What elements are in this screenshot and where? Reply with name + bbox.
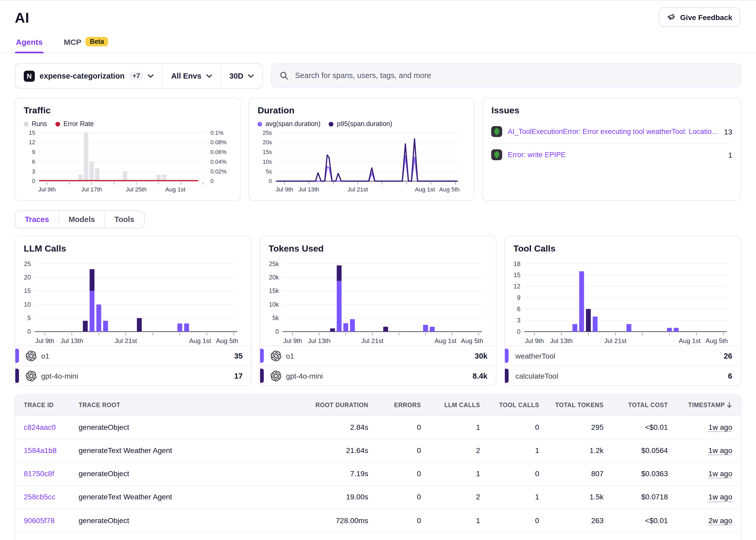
svg-text:Jul 21st: Jul 21st — [115, 337, 137, 344]
column-errors[interactable]: ERRORS — [368, 402, 421, 408]
column-timestamp[interactable]: TIMESTAMP — [668, 402, 732, 408]
legend-item: Runs — [24, 120, 47, 128]
column-tool-calls[interactable]: TOOL CALLS — [480, 402, 539, 408]
timestamp-link[interactable]: 1w ago — [668, 423, 732, 431]
cell-trace-root: generateObject — [78, 470, 289, 478]
table-row[interactable]: 1584a1b8generateText Weather Agent21.64s… — [15, 439, 741, 462]
traffic-card: Traffic RunsError Rate 0030.02%60.04%90.… — [15, 97, 240, 201]
column-total-tokens[interactable]: TOTAL TOKENS — [539, 402, 604, 408]
table-row[interactable]: c824aac0generateObject2.84s010295<$0.011… — [15, 416, 741, 439]
cell-tool-calls: 1 — [480, 493, 539, 501]
trace-id-link[interactable]: c824aac0 — [24, 423, 78, 431]
svg-text:Jul 21st: Jul 21st — [361, 337, 383, 344]
cell-errors: 0 — [368, 516, 421, 524]
ai-dashboard: AI Give Feedback Agents MCP Beta N expen… — [0, 0, 756, 540]
svg-text:0.04%: 0.04% — [211, 159, 227, 165]
tab-traces[interactable]: Traces — [15, 211, 59, 228]
timestamp-link[interactable]: 1w ago — [668, 470, 732, 478]
env-filter-dropdown[interactable]: All Envs — [163, 64, 221, 88]
cell-trace-root: generateObject — [78, 516, 289, 524]
cell-tool-calls: 0 — [480, 470, 539, 478]
date-range-dropdown[interactable]: 30D — [221, 64, 262, 88]
svg-text:3: 3 — [517, 317, 521, 324]
trace-id-link[interactable]: 90605f78 — [24, 516, 78, 524]
column-total-cost[interactable]: TOTAL COST — [604, 402, 668, 408]
trace-id-link[interactable]: 1584a1b8 — [24, 446, 78, 455]
metric-legend-label: gpt-4o-mini — [286, 372, 323, 380]
svg-text:15s: 15s — [263, 149, 272, 155]
timestamp-link[interactable]: 1w ago — [668, 493, 732, 501]
metric-legend-value: 26 — [724, 352, 732, 360]
table-row[interactable]: 90605f78generateObject728.00ms010263<$0.… — [15, 509, 741, 532]
table-header: TRACE ID TRACE ROOT ROOT DURATION ERRORS… — [15, 395, 741, 416]
cell-errors: 0 — [368, 423, 421, 431]
cell-tool-calls: 1 — [480, 446, 539, 455]
cell-total-tokens: 1.5k — [539, 493, 604, 501]
svg-text:Aug 1st: Aug 1st — [434, 337, 456, 344]
svg-text:5: 5 — [27, 315, 31, 322]
cell-root-duration: 19.00s — [289, 493, 368, 501]
duration-chart: 05s10s15s20s25sJul 9thJul 13thJul 21stAu… — [257, 129, 465, 194]
svg-text:25: 25 — [24, 260, 31, 267]
issue-link[interactable]: AI_ToolExecutionError: Error executing t… — [508, 128, 719, 136]
issue-row: Error: write EPIPE1 — [492, 143, 732, 166]
tab-agents[interactable]: Agents — [15, 34, 44, 53]
openai-logo-icon — [26, 371, 36, 381]
metric-legend-row: calculateTool6 — [505, 366, 741, 386]
svg-text:0: 0 — [517, 328, 521, 335]
legend-item: p95(span.duration) — [329, 120, 392, 128]
cell-total-tokens: 295 — [539, 423, 604, 431]
legend-label: avg(span.duration) — [265, 120, 320, 128]
tokens-used-chart: 05k10k15k20k25kJul 9thJul 13thJul 21stAu… — [263, 259, 490, 346]
svg-text:Jul 13th: Jul 13th — [299, 186, 319, 193]
svg-text:5s: 5s — [266, 168, 272, 175]
column-trace-root[interactable]: TRACE ROOT — [78, 402, 289, 408]
cell-trace-root: generateObject — [78, 423, 289, 431]
column-root-duration[interactable]: ROOT DURATION — [289, 402, 368, 408]
tokens-used-legend: o130kgpt-4o-mini8.4k — [260, 346, 496, 386]
agent-filter-dropdown[interactable]: N expense-categorization +7 — [15, 64, 163, 88]
trace-id-link[interactable]: 81750c8f — [24, 470, 78, 478]
megaphone-icon — [667, 13, 676, 22]
tokens-used-card: Tokens Used 05k10k15k20k25kJul 9thJul 13… — [259, 236, 497, 386]
svg-text:12: 12 — [29, 139, 35, 146]
issues-card: Issues AI_ToolExecutionError: Error exec… — [483, 97, 741, 201]
column-llm-calls[interactable]: LLM CALLS — [421, 402, 480, 408]
legend-item: avg(span.duration) — [257, 120, 320, 128]
nextjs-logo-icon: N — [24, 70, 35, 81]
tab-models[interactable]: Models — [59, 211, 105, 228]
timestamp-link[interactable]: 2w ago — [668, 516, 732, 524]
search-bar[interactable] — [271, 63, 741, 87]
llm-calls-chart: 0510152025Jul 9thJul 13thJul 21stAug 1st… — [19, 259, 245, 346]
svg-text:Jul 9th: Jul 9th — [35, 337, 54, 344]
timestamp-link[interactable]: 1w ago — [668, 446, 732, 455]
svg-text:Aug 1st: Aug 1st — [679, 337, 700, 344]
table-row[interactable]: 258cb5ccgenerateText Weather Agent19.00s… — [15, 486, 741, 509]
tab-mcp-label: MCP — [64, 37, 81, 46]
svg-text:0.06%: 0.06% — [211, 149, 227, 155]
tab-tools[interactable]: Tools — [105, 211, 144, 228]
openai-logo-icon — [271, 351, 281, 361]
svg-text:Aug 5th: Aug 5th — [216, 337, 238, 344]
cell-root-duration: 7.19s — [289, 470, 368, 478]
svg-text:Jul 9th: Jul 9th — [276, 186, 293, 193]
cell-total-cost: $0.0363 — [604, 470, 668, 478]
tab-mcp[interactable]: MCP Beta — [63, 34, 109, 53]
color-swatch — [260, 369, 264, 383]
svg-text:25k: 25k — [269, 260, 279, 267]
search-input[interactable] — [294, 71, 733, 80]
metric-legend-label: weatherTool — [516, 352, 555, 360]
column-trace-id[interactable]: TRACE ID — [24, 402, 78, 408]
svg-text:Aug 1st: Aug 1st — [415, 186, 435, 193]
duration-legend: avg(span.duration)p95(span.duration) — [257, 120, 465, 128]
svg-text:20k: 20k — [269, 274, 279, 281]
table-row[interactable]: 1b9a433bgenerateText Weather Agent4.95s0… — [15, 532, 741, 540]
metric-legend-label: o1 — [41, 352, 49, 360]
legend-item: Error Rate — [56, 120, 94, 128]
filter-row: N expense-categorization +7 All Envs 30D — [15, 63, 741, 88]
give-feedback-button[interactable]: Give Feedback — [659, 7, 740, 27]
issue-link[interactable]: Error: write EPIPE — [508, 151, 723, 159]
trace-id-link[interactable]: 258cb5cc — [24, 493, 78, 501]
table-row[interactable]: 81750c8fgenerateObject7.19s010807$0.0363… — [15, 462, 741, 485]
traffic-title: Traffic — [24, 105, 231, 116]
